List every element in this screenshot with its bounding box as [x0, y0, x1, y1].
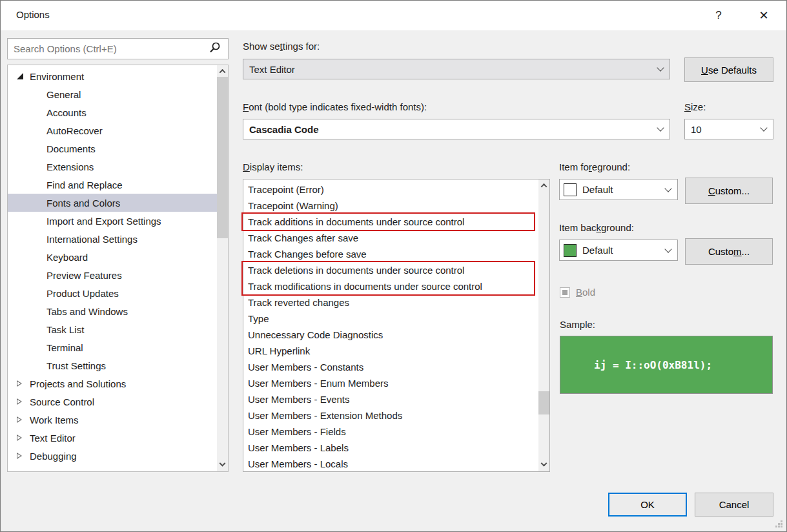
use-defaults-button[interactable]: Use Defaults	[684, 57, 773, 82]
search-input[interactable]: Search Options (Ctrl+E)	[7, 38, 229, 59]
expanded-triangle-icon	[17, 73, 30, 79]
tree-item-label: Debugging	[30, 451, 77, 462]
tree-item-label: Find and Replace	[46, 179, 123, 190]
list-scrollbar[interactable]	[538, 179, 549, 471]
display-item[interactable]: Tracepoint (Error)	[243, 181, 538, 198]
display-items-label: Display items:	[243, 161, 303, 172]
display-item[interactable]: User Members - Fields	[243, 424, 538, 440]
size-dropdown[interactable]: 10	[684, 119, 773, 139]
tree-item-text-editor[interactable]: Text Editor	[8, 429, 217, 447]
show-settings-dropdown[interactable]: Text Editor	[243, 59, 670, 79]
display-item[interactable]: Type	[243, 311, 538, 327]
tree-item-find-and-replace[interactable]: Find and Replace	[8, 176, 217, 194]
item-foreground-dropdown[interactable]: Default	[559, 179, 678, 200]
sample-code-text: ij = I::oO(0xB81l);	[560, 359, 712, 371]
search-icon	[209, 41, 224, 56]
tree-item-autorecover[interactable]: AutoRecover	[8, 121, 217, 139]
display-item[interactable]: Track deletions in documents under sourc…	[243, 262, 538, 278]
tree-item-label: Text Editor	[30, 433, 76, 444]
tree-item-label: General	[46, 89, 81, 100]
chevron-down-icon	[664, 245, 671, 252]
tree-item-environment[interactable]: Environment	[8, 67, 217, 85]
tree-item-tabs-and-windows[interactable]: Tabs and Windows	[8, 302, 217, 320]
tree-item-label: Import and Export Settings	[46, 216, 161, 227]
cancel-label: Cancel	[719, 499, 750, 510]
display-item[interactable]: User Members - Constants	[243, 359, 538, 375]
display-item[interactable]: User Members - Extension Methods	[243, 407, 538, 424]
display-item[interactable]: User Members - Labels	[243, 440, 538, 456]
chevron-down-icon	[657, 124, 664, 131]
foreground-value: Default	[582, 184, 666, 195]
tree-item-label: Projects and Solutions	[30, 378, 126, 389]
display-item[interactable]: Tracepoint (Warning)	[243, 198, 538, 214]
tree-item-accounts[interactable]: Accounts	[8, 103, 217, 121]
font-label: Font (bold type indicates fixed-width fo…	[243, 101, 427, 112]
tree-item-projects-and-solutions[interactable]: Projects and Solutions	[8, 374, 217, 393]
tree-item-extensions[interactable]: Extensions	[8, 158, 217, 176]
tree-item-terminal[interactable]: Terminal	[8, 338, 217, 356]
bold-label: Bold	[576, 287, 595, 298]
display-item[interactable]: Track additions in documents under sourc…	[243, 214, 538, 230]
close-button[interactable]: ✕	[753, 6, 775, 25]
collapsed-triangle-icon	[17, 453, 30, 459]
tree-item-debugging[interactable]: Debugging	[8, 447, 217, 465]
tree-item-label: International Settings	[46, 234, 138, 245]
display-item[interactable]: Track modifications in documents under s…	[243, 278, 538, 294]
tree-item-international-settings[interactable]: International Settings	[8, 230, 217, 248]
tree-item-work-items[interactable]: Work Items	[8, 411, 217, 429]
sample-preview: ij = I::oO(0xB81l);	[560, 336, 773, 394]
foreground-custom-label: Custom...	[708, 185, 750, 196]
size-value: 10	[691, 124, 761, 135]
scroll-down-icon[interactable]	[217, 460, 228, 471]
sample-label: Sample:	[560, 319, 595, 330]
dialog-title: Options	[16, 9, 50, 20]
foreground-custom-button[interactable]: Custom...	[685, 178, 773, 204]
tree-scrollbar-thumb[interactable]	[217, 77, 228, 238]
tree-item-label: Environment	[30, 71, 84, 82]
tree-item-label: Accounts	[46, 107, 87, 118]
tree-item-fonts-and-colors[interactable]: Fonts and Colors	[8, 194, 217, 212]
tree-item-keyboard[interactable]: Keyboard	[8, 248, 217, 266]
tree-item-trust-settings[interactable]: Trust Settings	[8, 356, 217, 374]
bold-option: Bold	[560, 287, 595, 298]
chevron-down-icon	[664, 185, 671, 192]
tree-rows: EnvironmentGeneralAccountsAutoRecoverDoc…	[8, 65, 217, 471]
scroll-up-icon[interactable]	[538, 180, 549, 191]
display-item[interactable]: Unnecessary Code Diagnostics	[243, 327, 538, 343]
tree-item-import-and-export-settings[interactable]: Import and Export Settings	[8, 212, 217, 230]
tree-item-product-updates[interactable]: Product Updates	[8, 284, 217, 302]
display-item[interactable]: User Members - Events	[243, 391, 538, 407]
tree-item-general[interactable]: General	[8, 85, 217, 103]
item-foreground-label: Item foreground:	[559, 161, 630, 172]
scroll-down-icon[interactable]	[538, 460, 549, 471]
tree-scrollbar[interactable]	[217, 65, 228, 471]
cancel-button[interactable]: Cancel	[695, 493, 773, 517]
tree-item-source-control[interactable]: Source Control	[8, 393, 217, 411]
background-custom-button[interactable]: Custom...	[685, 238, 773, 265]
tree-item-preview-features[interactable]: Preview Features	[8, 266, 217, 284]
resize-grip[interactable]	[775, 520, 782, 528]
list-scrollbar-thumb[interactable]	[538, 391, 549, 414]
display-item[interactable]: Track Changes before save	[243, 246, 538, 262]
ok-button[interactable]: OK	[608, 493, 687, 517]
item-background-dropdown[interactable]: Default	[559, 240, 678, 261]
use-defaults-label: Use Defaults	[701, 65, 757, 76]
tree-item-documents[interactable]: Documents	[8, 139, 217, 158]
display-item[interactable]: User Members - Enum Members	[243, 375, 538, 391]
help-button[interactable]: ?	[708, 6, 730, 25]
display-item[interactable]: Track reverted changes	[243, 294, 538, 311]
collapsed-triangle-icon	[17, 416, 30, 423]
help-icon: ?	[715, 9, 721, 22]
options-dialog: Options ? ✕ Search Options (Ctrl+E) Envi…	[0, 0, 787, 532]
tree-item-label: Task List	[46, 324, 84, 335]
font-dropdown[interactable]: Cascadia Code	[243, 119, 670, 139]
background-color-swatch	[564, 244, 577, 257]
collapsed-triangle-icon	[17, 435, 30, 441]
display-item[interactable]: URL Hyperlink	[243, 343, 538, 359]
display-item[interactable]: Track Changes after save	[243, 230, 538, 246]
scroll-up-icon[interactable]	[217, 66, 228, 77]
tree-item-task-list[interactable]: Task List	[8, 320, 217, 338]
font-value: Cascadia Code	[249, 124, 658, 135]
display-item[interactable]: User Members - Locals	[243, 456, 538, 471]
tree-item-label: Trust Settings	[46, 360, 106, 371]
